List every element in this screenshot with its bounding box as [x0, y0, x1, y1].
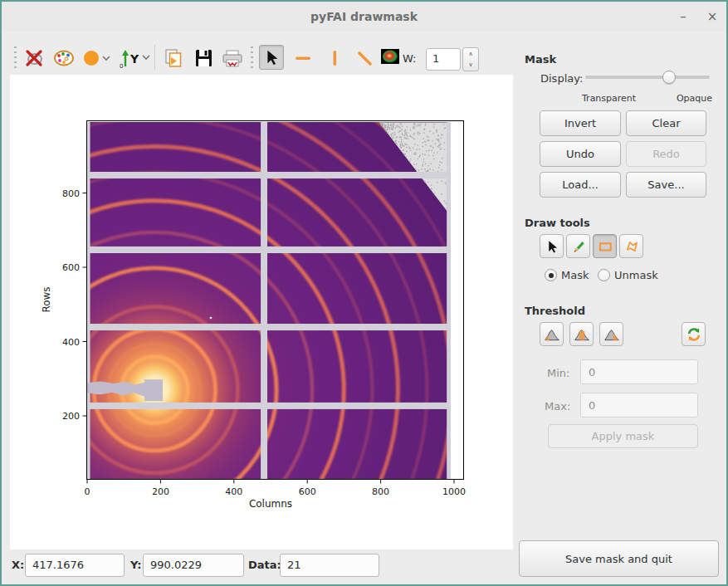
redo-button[interactable]: Redo	[626, 141, 706, 167]
pointer-icon	[262, 48, 281, 66]
mask-radio-label[interactable]: Mask	[561, 269, 589, 281]
svg-text:800: 800	[62, 188, 80, 199]
toolbar-grip[interactable]	[251, 46, 253, 68]
y-coordinate-label: Y:	[130, 559, 141, 571]
y-axis-orientation-button[interactable]: 0 Y	[118, 46, 153, 70]
palette-icon	[53, 48, 75, 68]
slider-handle[interactable]	[662, 71, 676, 84]
plot-canvas[interactable]: 02004006008001000200400600800 Columns Ro…	[10, 75, 513, 549]
save-plot-button[interactable]	[191, 46, 216, 70]
select-tool-button[interactable]	[540, 234, 564, 258]
svg-text:400: 400	[225, 486, 242, 497]
hline-mask-button[interactable]	[291, 46, 315, 70]
svg-text:200: 200	[152, 486, 169, 497]
plot-widget: 02004006008001000200400600800 Columns Ro…	[10, 75, 513, 549]
pencil-icon	[571, 239, 586, 254]
max-label: Max:	[545, 400, 570, 413]
histogram-between-icon	[574, 326, 590, 343]
clear-plot-button[interactable]	[22, 46, 46, 70]
y-axis-label: Rows	[41, 286, 52, 312]
slider-track[interactable]	[585, 76, 710, 79]
svg-text:400: 400	[62, 337, 80, 348]
x-coordinate-label: X:	[12, 559, 24, 571]
marker-color-icon	[82, 48, 112, 68]
stepper-down-icon[interactable]: ∨	[463, 59, 478, 70]
copy-button[interactable]	[161, 46, 186, 70]
stepper-up-icon[interactable]: ∧	[463, 48, 478, 59]
svg-text:Y: Y	[129, 52, 139, 66]
pencil-width-input[interactable]: 1	[426, 48, 461, 71]
y-coordinate-field: 990.0229	[143, 554, 244, 577]
window-title: pyFAI drawmask	[310, 10, 418, 23]
min-input[interactable]: 0	[580, 359, 698, 384]
clear-mask-button[interactable]: Clear	[626, 110, 706, 136]
mask-between-button[interactable]	[569, 322, 594, 346]
histogram-above-icon	[603, 326, 620, 343]
max-input[interactable]: 0	[580, 393, 698, 418]
mask-transparency-slider[interactable]	[585, 71, 710, 84]
display-label: Display:	[540, 72, 583, 85]
svg-text:0: 0	[120, 63, 123, 69]
polygon-icon	[624, 239, 639, 254]
clear-icon	[24, 48, 44, 68]
app-window: pyFAI drawmask – × 0	[0, 0, 728, 586]
invert-button[interactable]: Invert	[540, 110, 621, 136]
pencil-width-label: W:	[403, 52, 416, 65]
print-icon	[221, 48, 244, 68]
colormap-dialog-button[interactable]	[51, 46, 76, 70]
toolbar-grip[interactable]	[14, 46, 17, 68]
pencil-width-stepper[interactable]: ∧ ∨	[462, 47, 479, 71]
refresh-icon	[686, 326, 702, 343]
mask-above-max-button[interactable]	[599, 322, 623, 346]
mask-radio[interactable]	[545, 269, 557, 281]
vline-mask-button[interactable]	[322, 46, 347, 70]
svg-text:0: 0	[85, 486, 90, 497]
threshold-section-title: Threshold	[525, 305, 585, 317]
save-mask-and-quit-button[interactable]: Save mask and quit	[519, 540, 719, 577]
min-label: Min:	[547, 367, 569, 379]
y-axis-icon: 0 Y	[119, 47, 152, 69]
rectangle-tool-button[interactable]	[593, 234, 617, 258]
minimize-button[interactable]: –	[674, 7, 692, 27]
histogram-below-icon	[544, 326, 560, 343]
save-icon	[193, 48, 213, 68]
x-coordinate-field: 417.1676	[25, 554, 125, 577]
apply-mask-button[interactable]: Apply mask	[548, 424, 698, 448]
diffraction-image	[10, 75, 513, 549]
colormap-icon	[381, 49, 399, 64]
refresh-threshold-button[interactable]	[682, 322, 706, 346]
unmask-radio[interactable]	[598, 269, 610, 281]
undo-button[interactable]: Undo	[540, 141, 621, 167]
line-mask-button[interactable]	[352, 46, 377, 70]
data-value-field: 21	[280, 554, 379, 577]
horizontal-line-icon	[293, 48, 313, 68]
svg-text:1000: 1000	[442, 486, 466, 497]
svg-text:800: 800	[372, 486, 389, 497]
mask-color-button[interactable]	[81, 46, 113, 70]
colormap-preview-button[interactable]	[380, 47, 400, 66]
svg-text:600: 600	[299, 486, 316, 497]
pencil-tool-button[interactable]	[566, 234, 590, 258]
x-axis-label: Columns	[249, 498, 292, 510]
data-value-label: Data:	[248, 559, 281, 571]
polygon-tool-button[interactable]	[619, 234, 643, 258]
mask-below-min-button[interactable]	[540, 322, 564, 346]
load-mask-button[interactable]: Load...	[540, 172, 621, 198]
rectangle-icon	[598, 239, 613, 254]
titlebar[interactable]: pyFAI drawmask – ×	[2, 2, 726, 32]
diagonal-line-icon	[354, 48, 374, 68]
copy-icon	[164, 48, 183, 68]
opaque-label: Opaque	[671, 93, 712, 104]
close-button[interactable]: ×	[703, 7, 721, 27]
transparent-label: Transparent	[582, 93, 636, 104]
vertical-line-icon	[325, 48, 344, 68]
unmask-radio-label[interactable]: Unmask	[614, 269, 658, 281]
mask-section-title: Mask	[525, 53, 556, 66]
svg-text:600: 600	[62, 262, 80, 273]
pointer-icon	[545, 239, 559, 254]
pan-tool-button[interactable]	[259, 45, 284, 70]
draw-tools-title: Draw tools	[525, 217, 590, 229]
print-button[interactable]	[219, 46, 246, 70]
svg-text:200: 200	[62, 411, 80, 422]
save-mask-button[interactable]: Save...	[626, 172, 706, 198]
